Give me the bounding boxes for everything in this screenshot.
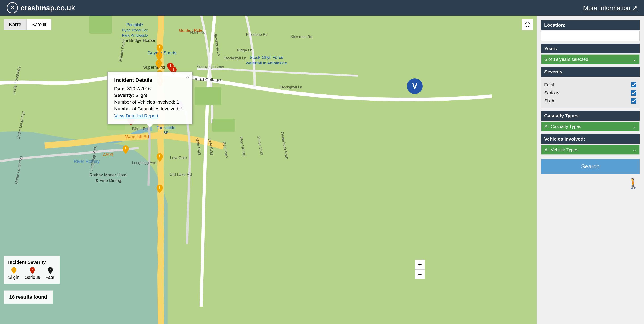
popup-severity-value: Slight — [136, 93, 147, 98]
satellit-button[interactable]: Satellit — [26, 19, 52, 30]
vehicles-select[interactable]: All Vehicle Types — [541, 145, 640, 155]
person-icon: 🚶 — [627, 178, 640, 189]
svg-text:!: ! — [125, 147, 126, 150]
app-header: ✕ crashmap.co.uk More Information ↗ — [0, 0, 644, 16]
road-label-lowgale: Low Gale — [170, 156, 187, 160]
place-label-river: River Rothay — [74, 159, 100, 164]
popup-vehicles-value: 1 — [176, 99, 179, 105]
popup-casualties-value: 1 — [181, 106, 184, 111]
road-label-birch: Birch Rd — [132, 126, 148, 131]
logo-icon: ✕ — [7, 2, 18, 14]
severity-section: Fatal Serious Slight — [541, 78, 640, 108]
popup-date-label: Date: — [114, 86, 126, 91]
casualty-select-wrapper: All Casualty Types — [541, 122, 640, 131]
legend-title: Incident Severity — [8, 259, 55, 265]
road-label-stockghyll3: Stockghyll Ln — [224, 56, 246, 60]
years-label: Years — [541, 44, 640, 54]
legend-fatal: ! Fatal — [46, 267, 55, 280]
legend-serious: ! Serious — [25, 267, 40, 280]
casualty-select[interactable]: All Casualty Types — [541, 122, 640, 131]
legend-fatal-label: Fatal — [46, 275, 55, 280]
popup-severity-label: Severity: — [114, 93, 134, 98]
casualty-label: Casualty Types: — [541, 111, 640, 121]
serious-label: Serious — [544, 90, 560, 96]
results-count: 18 results found — [4, 290, 53, 304]
road-label-stockghylln: Stockghyll Ln — [280, 85, 302, 90]
fatal-label: Fatal — [544, 82, 554, 88]
slight-checkbox[interactable] — [631, 98, 636, 104]
svg-text:!: ! — [173, 68, 174, 71]
fullscreen-button[interactable]: ⛶ — [522, 19, 533, 31]
severity-slight-item: Slight — [544, 97, 636, 105]
popup-date-value: 31/07/2016 — [127, 86, 151, 91]
logo-text: crashmap.co.uk — [20, 4, 75, 12]
more-info-link[interactable]: More Information ↗ — [583, 4, 637, 12]
road-label-kirkstone2: Kirkstone Rd — [291, 35, 312, 39]
view-report-link[interactable]: View Detailed Report — [114, 113, 185, 119]
search-button[interactable]: Search — [541, 159, 640, 174]
popup-close-button[interactable]: × — [186, 74, 189, 80]
years-select[interactable]: 5 of 19 years selected — [541, 54, 640, 64]
road-label-stockghyll2: Stockghyll Brow — [197, 65, 224, 69]
marker-slight-9[interactable]: ! — [122, 145, 129, 155]
map-type-controls: Karte Satellit — [4, 19, 52, 30]
svg-text:!: ! — [158, 61, 160, 65]
serious-checkbox[interactable] — [631, 90, 636, 96]
place-label-stockghyll: Stock Ghyll Forcewaterfall in Ambleside — [246, 55, 287, 66]
location-label: Location: — [541, 20, 640, 30]
location-input[interactable] — [541, 31, 640, 41]
zoom-out-button[interactable]: − — [415, 269, 425, 279]
svg-text:!: ! — [159, 53, 160, 57]
severity-fatal-item: Fatal — [544, 81, 636, 89]
svg-text:!: ! — [32, 268, 33, 271]
svg-rect-1 — [90, 16, 112, 34]
severity-label: Severity — [541, 67, 640, 77]
marker-slight-8[interactable]: ! — [156, 153, 163, 163]
place-label-cottages: Strict Cottages — [194, 77, 222, 82]
svg-text:!: ! — [14, 268, 14, 271]
road-label-kirkstone: Kirkstone Rd — [246, 33, 268, 37]
right-panel: Location: Years 5 of 19 years selected S… — [537, 16, 644, 324]
fatal-checkbox[interactable] — [631, 82, 636, 88]
incident-popup: Incident Details × Date: 31/07/2016 Seve… — [107, 72, 192, 124]
person-icon-container: 🚶 — [541, 178, 640, 189]
popup-casualties-row: Number of Casualties Involved: 1 — [114, 106, 185, 111]
logo-area: ✕ crashmap.co.uk — [7, 2, 75, 14]
years-select-wrapper: 5 of 19 years selected — [541, 54, 640, 64]
svg-text:!: ! — [159, 154, 160, 158]
v-marker[interactable]: V — [407, 78, 422, 94]
casualty-row: Casualty Types: All Casualty Types — [541, 111, 640, 131]
zoom-in-button[interactable]: + — [415, 259, 425, 269]
legend-serious-label: Serious — [25, 275, 40, 280]
road-label-ridge: Ridge Ln — [237, 48, 252, 53]
slight-label: Slight — [544, 99, 556, 104]
marker-slight-10[interactable]: ! — [156, 185, 163, 194]
legend-items: ! Slight ! Serious ! Fatal — [8, 267, 55, 280]
marker-slight-3[interactable]: ! — [156, 60, 162, 69]
legend-slight: ! Slight — [8, 267, 20, 280]
years-row: Years 5 of 19 years selected — [541, 44, 640, 64]
road-label-wansfall: Wansfall Rd — [125, 134, 149, 139]
karte-button[interactable]: Karte — [4, 19, 26, 30]
svg-rect-3 — [212, 119, 235, 132]
place-label-tankstelle: TankstelleBP — [156, 125, 176, 135]
svg-text:!: ! — [159, 46, 160, 49]
severity-row: Severity Fatal Serious Slight — [541, 67, 640, 108]
location-row: Location: — [541, 20, 640, 41]
popup-title: Incident Details — [114, 77, 185, 83]
legend-slight-label: Slight — [8, 275, 20, 280]
vehicles-label: Vehicles Involved: — [541, 134, 640, 144]
place-label-rothay: Rothay Manor Hotel& Fine Dining — [90, 172, 127, 183]
popup-vehicles-row: Number of Vehicles Involved: 1 — [114, 99, 185, 105]
incident-legend: Incident Severity ! Slight ! Serious ! F… — [4, 256, 60, 284]
vehicles-select-wrapper: All Vehicle Types — [541, 145, 640, 155]
popup-vehicles-label: Number of Vehicles Involved: — [114, 99, 175, 105]
map-container[interactable]: Karte Satellit ⛶ ParkplatzRydal Road Car… — [0, 16, 537, 324]
popup-date-row: Date: 31/07/2016 — [114, 86, 185, 91]
road-label-a593-lower: A593 — [103, 152, 113, 157]
vehicles-row: Vehicles Involved: All Vehicle Types — [541, 134, 640, 155]
road-label-northrd: North Rd — [190, 30, 205, 35]
svg-text:!: ! — [159, 186, 160, 189]
place-label-parkplatz: ParkplatzRydal Road CarPark, Ambleside — [122, 22, 148, 38]
popup-casualties-label: Number of Casualties Involved: — [114, 106, 180, 111]
